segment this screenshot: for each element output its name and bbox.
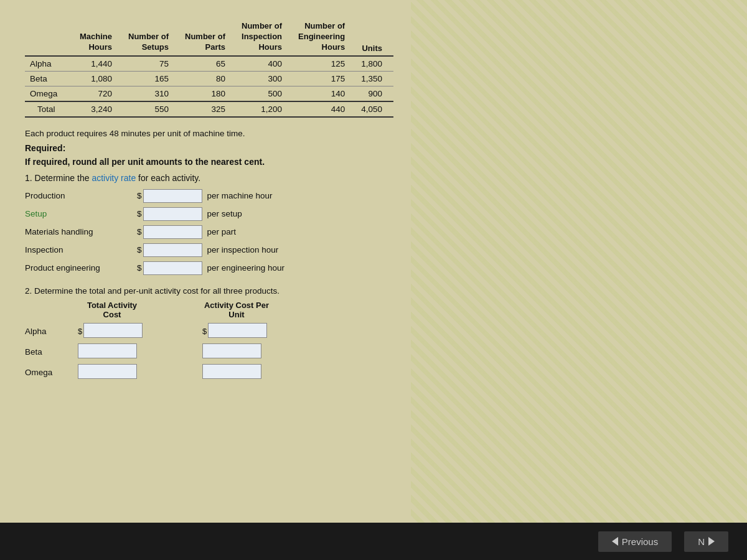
- part2-data-row: Beta: [25, 343, 722, 361]
- table-cell-setups: 310: [123, 86, 180, 101]
- dollar-sign: $: [137, 227, 142, 236]
- table-cell-units: 4,050: [356, 101, 393, 117]
- activity-row: Production $ per machine hour: [25, 189, 722, 203]
- part2-total-cell: [78, 364, 146, 381]
- col-empty: [25, 19, 75, 56]
- section2: 2. Determine the total and per-unit acti…: [25, 286, 722, 381]
- next-button[interactable]: N: [684, 531, 728, 552]
- previous-button[interactable]: Previous: [598, 531, 672, 552]
- table-row-label: Beta: [25, 71, 75, 86]
- table-cell-units: 1,800: [356, 56, 393, 72]
- activity-unit: per engineering hour: [207, 263, 285, 273]
- activity-rate-input-3[interactable]: [143, 243, 202, 257]
- activity-row: Inspection $ per inspection hour: [25, 243, 722, 257]
- part2-rows: Alpha $ $ Beta Omega: [25, 323, 722, 381]
- activity-label: Setup: [25, 209, 137, 218]
- col-machine-hours: Machine Hours: [75, 19, 123, 56]
- data-table: Machine Hours Number of Setups Number of…: [25, 19, 393, 118]
- col2-header: Activity Cost Per Unit: [202, 301, 271, 319]
- part2-total-input-2[interactable]: [78, 364, 137, 379]
- activity-rate-input-4[interactable]: [143, 261, 202, 275]
- part2-perunit-input-0[interactable]: [208, 323, 267, 338]
- part2-headers: Total Activity Cost Activity Cost Per Un…: [78, 301, 722, 319]
- part2-total-cell: [78, 343, 146, 361]
- part2-total-input-1[interactable]: [78, 343, 137, 358]
- table-cell-machine-hours: 1,080: [75, 71, 123, 86]
- machine-time-note: Each product requires 48 minutes per uni…: [25, 129, 722, 138]
- table-row-label: Total: [25, 101, 75, 117]
- table-cell-engineering: 140: [293, 86, 356, 101]
- dollar-sign: $: [78, 327, 82, 336]
- section1-heading: 1. Determine the activity rate for each …: [25, 173, 722, 183]
- chevron-right-icon: [708, 537, 715, 546]
- part2-total-input-0[interactable]: [83, 323, 143, 338]
- dollar-sign: $: [137, 209, 142, 218]
- col-parts: Number of Parts: [180, 19, 237, 56]
- table-row-label: Alpha: [25, 56, 75, 72]
- table-cell-parts: 65: [180, 56, 237, 72]
- col-setups: Number of Setups: [123, 19, 180, 56]
- activity-form: Production $ per machine hour Setup $ pe…: [25, 189, 722, 275]
- part2-data-row: Omega: [25, 364, 722, 381]
- col1-header: Total Activity Cost: [78, 301, 146, 319]
- bottom-bar: Previous N: [0, 523, 747, 560]
- table-cell-inspection: 400: [237, 56, 293, 72]
- table-cell-parts: 325: [180, 101, 237, 117]
- required-label: Required:: [25, 143, 722, 153]
- activity-unit: per machine hour: [207, 191, 273, 200]
- part2-perunit-cell: [202, 343, 271, 361]
- part2-perunit-input-1[interactable]: [202, 343, 261, 358]
- table-cell-parts: 80: [180, 71, 237, 86]
- table-cell-setups: 165: [123, 71, 180, 86]
- part2-total-cell: $: [78, 323, 146, 340]
- table-cell-engineering: 175: [293, 71, 356, 86]
- dollar-sign: $: [202, 327, 207, 336]
- col-engineering-hours: Number of Engineering Hours: [293, 19, 356, 56]
- activity-rate-input-0[interactable]: [143, 189, 202, 203]
- table-row-label: Omega: [25, 86, 75, 101]
- activity-row: Product engineering $ per engineering ho…: [25, 261, 722, 275]
- part2-perunit-cell: $: [202, 323, 271, 340]
- part2-perunit-cell: [202, 364, 271, 381]
- table-cell-parts: 180: [180, 86, 237, 101]
- col-units: Units: [356, 19, 393, 56]
- activity-rate-input-2[interactable]: [143, 225, 202, 239]
- activity-label: Materials handling: [25, 227, 137, 236]
- part2-data-row: Alpha $ $: [25, 323, 722, 340]
- table-cell-engineering: 125: [293, 56, 356, 72]
- part2-row-label: Alpha: [25, 327, 78, 336]
- table-cell-inspection: 1,200: [237, 101, 293, 117]
- part2-row-label: Omega: [25, 368, 78, 377]
- col-inspection-hours: Number of Inspection Hours: [237, 19, 293, 56]
- table-cell-machine-hours: 1,440: [75, 56, 123, 72]
- activity-unit: per inspection hour: [207, 245, 279, 254]
- activity-label: Production: [25, 191, 137, 200]
- round-instruction: If required, round all per unit amounts …: [25, 157, 722, 167]
- table-cell-machine-hours: 720: [75, 86, 123, 101]
- dollar-sign: $: [137, 191, 142, 200]
- section2-heading: 2. Determine the total and per-unit acti…: [25, 286, 722, 296]
- dollar-sign: $: [137, 245, 142, 254]
- part2-row-label: Beta: [25, 347, 78, 357]
- table-cell-setups: 75: [123, 56, 180, 72]
- chevron-left-icon: [612, 537, 618, 546]
- part2-perunit-input-2[interactable]: [202, 364, 261, 379]
- previous-label: Previous: [622, 536, 658, 547]
- activity-label: Inspection: [25, 245, 137, 254]
- table-cell-setups: 550: [123, 101, 180, 117]
- activity-rate-input-1[interactable]: [143, 207, 202, 221]
- activity-label: Product engineering: [25, 263, 137, 273]
- activity-unit: per part: [207, 227, 237, 236]
- table-cell-inspection: 500: [237, 86, 293, 101]
- table-cell-inspection: 300: [237, 71, 293, 86]
- table-cell-units: 900: [356, 86, 393, 101]
- next-label: N: [698, 536, 705, 547]
- activity-unit: per setup: [207, 209, 242, 218]
- table-cell-units: 1,350: [356, 71, 393, 86]
- table-cell-engineering: 440: [293, 101, 356, 117]
- table-cell-machine-hours: 3,240: [75, 101, 123, 117]
- dollar-sign: $: [137, 263, 142, 273]
- activity-row: Setup $ per setup: [25, 207, 722, 221]
- activity-row: Materials handling $ per part: [25, 225, 722, 239]
